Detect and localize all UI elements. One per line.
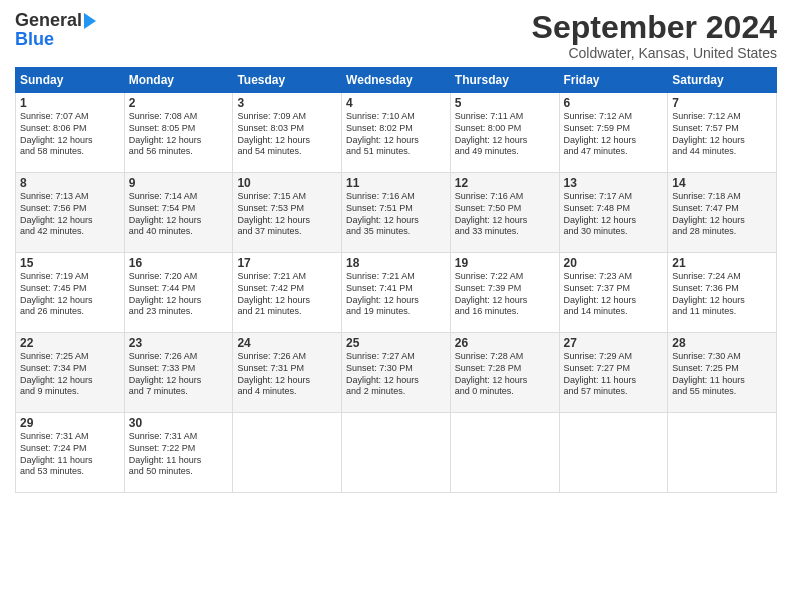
day-header-tuesday: Tuesday	[233, 68, 342, 93]
cell-info: Sunrise: 7:16 AMSunset: 7:50 PMDaylight:…	[455, 191, 555, 238]
day-number: 16	[129, 256, 229, 270]
calendar-cell: 25Sunrise: 7:27 AMSunset: 7:30 PMDayligh…	[342, 333, 451, 413]
calendar-week-row: 8Sunrise: 7:13 AMSunset: 7:56 PMDaylight…	[16, 173, 777, 253]
calendar-cell: 16Sunrise: 7:20 AMSunset: 7:44 PMDayligh…	[124, 253, 233, 333]
calendar-cell: 8Sunrise: 7:13 AMSunset: 7:56 PMDaylight…	[16, 173, 125, 253]
logo: General Blue	[15, 10, 96, 50]
calendar-header-row: SundayMondayTuesdayWednesdayThursdayFrid…	[16, 68, 777, 93]
logo-arrow-icon	[84, 13, 96, 29]
calendar-cell: 1Sunrise: 7:07 AMSunset: 8:06 PMDaylight…	[16, 93, 125, 173]
day-number: 6	[564, 96, 664, 110]
calendar-cell: 10Sunrise: 7:15 AMSunset: 7:53 PMDayligh…	[233, 173, 342, 253]
day-number: 10	[237, 176, 337, 190]
day-header-wednesday: Wednesday	[342, 68, 451, 93]
day-number: 24	[237, 336, 337, 350]
calendar-cell: 11Sunrise: 7:16 AMSunset: 7:51 PMDayligh…	[342, 173, 451, 253]
cell-info: Sunrise: 7:26 AMSunset: 7:33 PMDaylight:…	[129, 351, 229, 398]
cell-info: Sunrise: 7:17 AMSunset: 7:48 PMDaylight:…	[564, 191, 664, 238]
calendar-cell: 24Sunrise: 7:26 AMSunset: 7:31 PMDayligh…	[233, 333, 342, 413]
day-number: 17	[237, 256, 337, 270]
day-number: 3	[237, 96, 337, 110]
calendar-cell: 5Sunrise: 7:11 AMSunset: 8:00 PMDaylight…	[450, 93, 559, 173]
calendar-week-row: 29Sunrise: 7:31 AMSunset: 7:24 PMDayligh…	[16, 413, 777, 493]
calendar-week-row: 15Sunrise: 7:19 AMSunset: 7:45 PMDayligh…	[16, 253, 777, 333]
calendar-cell: 9Sunrise: 7:14 AMSunset: 7:54 PMDaylight…	[124, 173, 233, 253]
calendar-cell: 23Sunrise: 7:26 AMSunset: 7:33 PMDayligh…	[124, 333, 233, 413]
cell-info: Sunrise: 7:10 AMSunset: 8:02 PMDaylight:…	[346, 111, 446, 158]
calendar-body: 1Sunrise: 7:07 AMSunset: 8:06 PMDaylight…	[16, 93, 777, 493]
calendar-cell: 22Sunrise: 7:25 AMSunset: 7:34 PMDayligh…	[16, 333, 125, 413]
day-number: 7	[672, 96, 772, 110]
calendar-cell: 20Sunrise: 7:23 AMSunset: 7:37 PMDayligh…	[559, 253, 668, 333]
day-number: 26	[455, 336, 555, 350]
calendar-cell: 29Sunrise: 7:31 AMSunset: 7:24 PMDayligh…	[16, 413, 125, 493]
day-number: 22	[20, 336, 120, 350]
calendar-cell: 26Sunrise: 7:28 AMSunset: 7:28 PMDayligh…	[450, 333, 559, 413]
calendar-cell	[668, 413, 777, 493]
day-number: 18	[346, 256, 446, 270]
day-number: 1	[20, 96, 120, 110]
calendar-cell: 28Sunrise: 7:30 AMSunset: 7:25 PMDayligh…	[668, 333, 777, 413]
calendar-cell: 18Sunrise: 7:21 AMSunset: 7:41 PMDayligh…	[342, 253, 451, 333]
cell-info: Sunrise: 7:12 AMSunset: 7:59 PMDaylight:…	[564, 111, 664, 158]
day-number: 20	[564, 256, 664, 270]
location-subtitle: Coldwater, Kansas, United States	[532, 45, 777, 61]
title-block: September 2024 Coldwater, Kansas, United…	[532, 10, 777, 61]
cell-info: Sunrise: 7:30 AMSunset: 7:25 PMDaylight:…	[672, 351, 772, 398]
calendar-cell: 6Sunrise: 7:12 AMSunset: 7:59 PMDaylight…	[559, 93, 668, 173]
cell-info: Sunrise: 7:12 AMSunset: 7:57 PMDaylight:…	[672, 111, 772, 158]
cell-info: Sunrise: 7:21 AMSunset: 7:42 PMDaylight:…	[237, 271, 337, 318]
day-number: 4	[346, 96, 446, 110]
day-number: 23	[129, 336, 229, 350]
calendar-cell	[342, 413, 451, 493]
calendar-cell: 17Sunrise: 7:21 AMSunset: 7:42 PMDayligh…	[233, 253, 342, 333]
cell-info: Sunrise: 7:23 AMSunset: 7:37 PMDaylight:…	[564, 271, 664, 318]
cell-info: Sunrise: 7:21 AMSunset: 7:41 PMDaylight:…	[346, 271, 446, 318]
day-number: 29	[20, 416, 120, 430]
calendar-cell: 19Sunrise: 7:22 AMSunset: 7:39 PMDayligh…	[450, 253, 559, 333]
cell-info: Sunrise: 7:26 AMSunset: 7:31 PMDaylight:…	[237, 351, 337, 398]
calendar-cell: 21Sunrise: 7:24 AMSunset: 7:36 PMDayligh…	[668, 253, 777, 333]
cell-info: Sunrise: 7:11 AMSunset: 8:00 PMDaylight:…	[455, 111, 555, 158]
logo-blue: Blue	[15, 29, 54, 50]
calendar-cell	[559, 413, 668, 493]
calendar-week-row: 1Sunrise: 7:07 AMSunset: 8:06 PMDaylight…	[16, 93, 777, 173]
cell-info: Sunrise: 7:22 AMSunset: 7:39 PMDaylight:…	[455, 271, 555, 318]
day-number: 8	[20, 176, 120, 190]
day-header-sunday: Sunday	[16, 68, 125, 93]
calendar-cell: 13Sunrise: 7:17 AMSunset: 7:48 PMDayligh…	[559, 173, 668, 253]
day-number: 5	[455, 96, 555, 110]
day-number: 25	[346, 336, 446, 350]
cell-info: Sunrise: 7:09 AMSunset: 8:03 PMDaylight:…	[237, 111, 337, 158]
day-number: 19	[455, 256, 555, 270]
cell-info: Sunrise: 7:31 AMSunset: 7:22 PMDaylight:…	[129, 431, 229, 478]
calendar-cell: 30Sunrise: 7:31 AMSunset: 7:22 PMDayligh…	[124, 413, 233, 493]
cell-info: Sunrise: 7:14 AMSunset: 7:54 PMDaylight:…	[129, 191, 229, 238]
day-number: 21	[672, 256, 772, 270]
main-container: General Blue September 2024 Coldwater, K…	[0, 0, 792, 498]
day-header-friday: Friday	[559, 68, 668, 93]
day-number: 2	[129, 96, 229, 110]
cell-info: Sunrise: 7:28 AMSunset: 7:28 PMDaylight:…	[455, 351, 555, 398]
calendar-cell: 3Sunrise: 7:09 AMSunset: 8:03 PMDaylight…	[233, 93, 342, 173]
cell-info: Sunrise: 7:31 AMSunset: 7:24 PMDaylight:…	[20, 431, 120, 478]
calendar-cell: 14Sunrise: 7:18 AMSunset: 7:47 PMDayligh…	[668, 173, 777, 253]
day-number: 11	[346, 176, 446, 190]
cell-info: Sunrise: 7:19 AMSunset: 7:45 PMDaylight:…	[20, 271, 120, 318]
cell-info: Sunrise: 7:25 AMSunset: 7:34 PMDaylight:…	[20, 351, 120, 398]
day-header-thursday: Thursday	[450, 68, 559, 93]
cell-info: Sunrise: 7:13 AMSunset: 7:56 PMDaylight:…	[20, 191, 120, 238]
calendar-cell: 15Sunrise: 7:19 AMSunset: 7:45 PMDayligh…	[16, 253, 125, 333]
day-number: 13	[564, 176, 664, 190]
calendar-week-row: 22Sunrise: 7:25 AMSunset: 7:34 PMDayligh…	[16, 333, 777, 413]
day-number: 14	[672, 176, 772, 190]
cell-info: Sunrise: 7:15 AMSunset: 7:53 PMDaylight:…	[237, 191, 337, 238]
cell-info: Sunrise: 7:07 AMSunset: 8:06 PMDaylight:…	[20, 111, 120, 158]
day-header-saturday: Saturday	[668, 68, 777, 93]
day-number: 27	[564, 336, 664, 350]
day-number: 30	[129, 416, 229, 430]
calendar-cell	[450, 413, 559, 493]
day-number: 15	[20, 256, 120, 270]
calendar-cell: 2Sunrise: 7:08 AMSunset: 8:05 PMDaylight…	[124, 93, 233, 173]
day-number: 28	[672, 336, 772, 350]
